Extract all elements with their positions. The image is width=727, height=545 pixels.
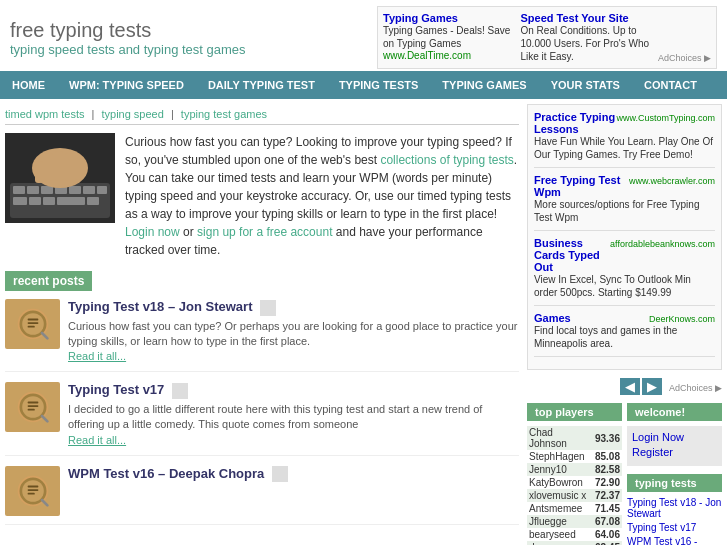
player-name-5: Antsmemee (527, 502, 593, 515)
svg-rect-27 (27, 402, 38, 404)
post-link-1[interactable]: Typing Test v17 (68, 382, 164, 397)
post-content-1: Typing Test v17 I decided to go a little… (68, 382, 519, 446)
nav-item-home[interactable]: HOME (0, 71, 57, 99)
sidebar-ad-3: Games DeerKnows.com Find local toys and … (534, 312, 715, 357)
player-score-4: 72.37 (593, 489, 622, 502)
breadcrumb-link-1[interactable]: timed wpm tests (5, 108, 84, 120)
post-thumb-2 (5, 466, 60, 516)
ad-choices: AdChoices ▶ (658, 53, 711, 63)
ad-right: Speed Test Your Site On Real Conditions.… (520, 12, 651, 63)
svg-rect-33 (27, 489, 38, 491)
player-score-2: 82.58 (593, 463, 622, 476)
post-excerpt-1: I decided to go a little different route… (68, 402, 519, 433)
ad-banner: Typing Games Typing Games - Deals! Save … (377, 6, 717, 69)
sidebar-ad-title-0[interactable]: Practice Typing Lessons (534, 111, 616, 135)
svg-rect-2 (13, 186, 25, 194)
welcome-link-0[interactable]: Login Now (632, 431, 717, 443)
post-item-2: WPM Test v16 – Deepak Chopra (5, 466, 519, 525)
post-title-0: Typing Test v18 – Jon Stewart (68, 299, 519, 316)
breadcrumb-link-3[interactable]: typing test games (181, 108, 267, 120)
welcome-header: welcome! (627, 403, 722, 421)
ad-choices-label: AdChoices ▶ (669, 383, 722, 393)
sidebar-ad-body-3: Find local toys and games in the Minneap… (534, 324, 715, 350)
login-link[interactable]: Login now (125, 225, 180, 239)
svg-rect-18 (65, 153, 73, 181)
svg-rect-28 (27, 406, 38, 408)
svg-rect-4 (41, 186, 53, 194)
player-score-8: 63.45 (593, 541, 622, 545)
player-score-6: 67.08 (593, 515, 622, 528)
ad-prev-btn[interactable]: ◀ (620, 378, 640, 395)
post-item-0: Typing Test v18 – Jon Stewart Curious ho… (5, 299, 519, 372)
nav-item-typing-games[interactable]: TYPING GAMES (430, 71, 538, 99)
site-title: free typing tests (10, 19, 246, 42)
post-link-0[interactable]: Typing Test v18 – Jon Stewart (68, 299, 252, 314)
sidebar-ad-title-2[interactable]: Business Cards Typed Out (534, 237, 610, 273)
read-more-1[interactable]: Read it all... (68, 434, 126, 446)
sidebar-ad-body-1: More sources/options for Free Typing Tes… (534, 198, 715, 224)
player-name-0: Chad Johnson (527, 426, 593, 450)
post-tag-2 (272, 466, 288, 482)
sidebar-ad-1: Free Typing Test Wpm www.webcrawler.com … (534, 174, 715, 231)
player-name-3: KatyBowron (527, 476, 593, 489)
player-row-0: Chad Johnson 93.36 (527, 426, 622, 450)
typing-test-sidebar-link-2[interactable]: WPM Test v16 - Deepak Chopra (627, 536, 722, 545)
post-title-2: WPM Test v16 – Deepak Chopra (68, 466, 288, 483)
ad-left-title[interactable]: Typing Games (383, 12, 458, 24)
post-thumb-0 (5, 299, 60, 349)
ad-right-title[interactable]: Speed Test Your Site (520, 12, 628, 24)
top-players-table: Chad Johnson 93.36 StephHagen 85.08 Jenn… (527, 426, 622, 545)
player-score-0: 93.36 (593, 426, 622, 450)
player-name-4: xlovemusic x (527, 489, 593, 502)
post-thumb-1 (5, 382, 60, 432)
player-row-5: Antsmemee 71.45 (527, 502, 622, 515)
nav-item-typing-tests[interactable]: TYPING TESTS (327, 71, 430, 99)
player-row-1: StephHagen 85.08 (527, 450, 622, 463)
welcome-link-1[interactable]: Register (632, 446, 717, 458)
svg-rect-12 (57, 197, 85, 205)
welcome-box: Login NowRegister (627, 426, 722, 466)
svg-rect-7 (83, 186, 95, 194)
sidebar-ad-title-3[interactable]: Games (534, 312, 571, 324)
nav-item-your-stats[interactable]: YOUR STATS (539, 71, 632, 99)
post-title-1: Typing Test v17 (68, 382, 519, 399)
signup-link[interactable]: sign up for a free account (197, 225, 332, 239)
player-name-7: bearyseed (527, 528, 593, 541)
sidebar-ad-url-3: DeerKnows.com (649, 314, 715, 324)
player-score-7: 64.06 (593, 528, 622, 541)
typing-test-sidebar-link-0[interactable]: Typing Test v18 - Jon Stewart (627, 497, 722, 519)
svg-rect-11 (43, 197, 55, 205)
collections-link[interactable]: collections of typing tests (380, 153, 513, 167)
post-tag-0 (260, 300, 276, 316)
site-subtitle: typing speed tests and typing test games (10, 42, 246, 57)
sidebar-ad-body-0: Have Fun While You Learn. Play One Of Ou… (534, 135, 715, 161)
breadcrumb-link-2[interactable]: typing speed (101, 108, 163, 120)
ad-next-btn[interactable]: ▶ (642, 378, 662, 395)
svg-rect-34 (27, 492, 34, 494)
nav-item-wpm--typing-speed[interactable]: WPM: TYPING SPEED (57, 71, 196, 99)
player-row-7: bearyseed 64.06 (527, 528, 622, 541)
typing-tests-list: Typing Test v18 - Jon StewartTyping Test… (627, 497, 722, 545)
welcome-col: welcome! Login NowRegister typing tests … (627, 403, 722, 545)
typing-test-sidebar-link-1[interactable]: Typing Test v17 (627, 522, 722, 533)
player-row-2: Jenny10 82.58 (527, 463, 622, 476)
sidebar-ad-2: Business Cards Typed Out affordablebeank… (534, 237, 715, 306)
svg-rect-19 (75, 158, 82, 180)
sidebar-ad-url-2: affordablebeanknows.com (610, 239, 715, 249)
ad-left-url: www.DealTime.com (383, 50, 514, 61)
nav-item-daily-typing-test[interactable]: DAILY TYPING TEST (196, 71, 327, 99)
ad-right-body: On Real Conditions. Up to 10.000 Users. … (520, 24, 651, 63)
sidebar-ad-title-1[interactable]: Free Typing Test Wpm (534, 174, 629, 198)
post-link-2[interactable]: WPM Test v16 – Deepak Chopra (68, 466, 264, 481)
breadcrumb: timed wpm tests | typing speed | typing … (5, 104, 519, 125)
svg-rect-6 (69, 186, 81, 194)
nav-item-contact[interactable]: CONTACT (632, 71, 709, 99)
intro-image (5, 133, 115, 223)
svg-rect-24 (27, 326, 34, 328)
svg-rect-9 (13, 197, 27, 205)
main-nav: HOMEWPM: TYPING SPEEDDAILY TYPING TESTTY… (0, 71, 727, 99)
player-row-3: KatyBowron 72.90 (527, 476, 622, 489)
svg-rect-13 (87, 197, 99, 205)
read-more-0[interactable]: Read it all... (68, 350, 126, 362)
svg-rect-23 (27, 322, 38, 324)
